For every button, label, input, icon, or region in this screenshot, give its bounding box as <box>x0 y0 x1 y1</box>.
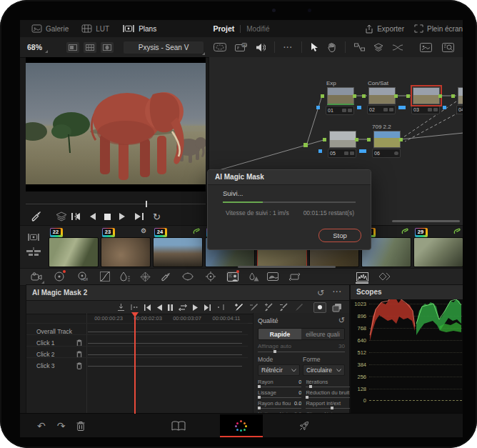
curves-icon[interactable] <box>99 271 111 282</box>
fullscreen-button[interactable]: Plein écran <box>414 24 463 33</box>
hand-tool-icon[interactable] <box>327 42 336 52</box>
slider-knob[interactable] <box>309 385 312 388</box>
tab-clips[interactable]: Plans <box>118 24 161 33</box>
delete-track-icon[interactable] <box>76 362 86 369</box>
node-input[interactable] <box>323 138 326 141</box>
track-forward-icon[interactable] <box>193 304 199 311</box>
mesh-warp-icon[interactable] <box>139 271 151 282</box>
skip-start-icon[interactable] <box>71 213 81 220</box>
tab-deliver-page[interactable] <box>283 414 326 437</box>
quality-best-option[interactable]: eilleure quali <box>301 329 344 339</box>
color-wheels-icon[interactable] <box>53 271 66 282</box>
lightbox-search-icon[interactable] <box>442 43 454 52</box>
magic-mask-icon[interactable] <box>226 271 239 282</box>
node-output[interactable] <box>355 138 358 141</box>
param-radius[interactable]: Rayon0 <box>258 379 301 387</box>
timeline-ruler[interactable]: 00:00:00:23 00:00:02:03 00:00:03:07 00:0… <box>86 313 253 324</box>
keyframe-track-line[interactable] <box>88 354 242 355</box>
node-mask-output[interactable] <box>443 106 446 109</box>
node-output[interactable] <box>394 94 398 98</box>
sizing-icon[interactable] <box>288 271 301 282</box>
pause-icon[interactable] <box>168 304 173 311</box>
proxy-hd-icon[interactable]: HD <box>235 43 247 52</box>
wipes-icon[interactable] <box>378 271 391 282</box>
brush-add-icon[interactable] <box>264 303 273 312</box>
tracker-icon[interactable] <box>204 271 217 282</box>
viewer-jog-position[interactable] <box>146 201 147 207</box>
single-view-button[interactable] <box>66 42 79 53</box>
refine-slider[interactable] <box>258 352 345 352</box>
video-viewer[interactable] <box>26 57 206 191</box>
shape-dropdown[interactable]: Circulaire <box>303 364 345 376</box>
tab-color-page[interactable] <box>220 414 263 437</box>
slider-knob[interactable] <box>258 396 261 399</box>
timeline-view-icon[interactable] <box>26 247 41 257</box>
node-mask-input[interactable] <box>318 149 322 153</box>
skip-end-icon[interactable] <box>134 213 144 220</box>
node-01[interactable]: 01 <box>326 87 354 115</box>
track-overall[interactable]: Overall Track <box>26 326 86 337</box>
loop-icon[interactable]: ↻ <box>153 211 161 222</box>
node-input[interactable] <box>362 94 366 98</box>
node-connect-icon[interactable] <box>354 43 365 51</box>
add-keyframe-icon[interactable] <box>117 304 125 312</box>
qualifier-icon[interactable] <box>119 271 131 282</box>
clip-22[interactable]: 22 <box>49 228 97 267</box>
more-options-icon[interactable]: ··· <box>283 44 293 51</box>
node-05[interactable]: 05 <box>328 131 356 158</box>
eraser-icon[interactable] <box>294 303 303 312</box>
grid-view-button[interactable] <box>84 42 96 53</box>
timeline-playhead[interactable] <box>134 313 136 414</box>
node-06[interactable]: 06 <box>372 131 401 158</box>
track-to-start-icon[interactable] <box>144 304 151 311</box>
bidirectional-track-icon[interactable] <box>179 304 187 311</box>
node-output[interactable] <box>353 94 356 98</box>
waveform-scope[interactable]: 1023 896 768 640 512 384 256 128 0 <box>351 299 463 414</box>
track-to-end-icon[interactable] <box>204 304 211 311</box>
tab-lut[interactable]: LUT <box>77 24 114 33</box>
node-output[interactable] <box>399 138 403 141</box>
param-smooth[interactable]: Lissage0 <box>258 389 301 398</box>
slider-knob[interactable] <box>306 396 308 399</box>
layers-icon[interactable] <box>373 43 383 52</box>
keyframe-track-line[interactable] <box>88 332 242 332</box>
cursor-tool-icon[interactable] <box>311 42 318 52</box>
play-icon[interactable] <box>119 213 126 220</box>
panel-more-icon[interactable]: ··· <box>333 288 342 298</box>
scopes-toggle-icon[interactable] <box>356 271 368 284</box>
key-icon[interactable] <box>266 271 279 282</box>
still-grab-icon[interactable] <box>420 43 432 52</box>
node-mask-input[interactable] <box>316 106 320 109</box>
quality-fast-option[interactable]: Rapide <box>258 329 301 339</box>
node-02[interactable]: 02 <box>367 87 396 114</box>
node-mask-input[interactable] <box>358 106 361 109</box>
node-output[interactable] <box>438 94 442 98</box>
blur-icon[interactable] <box>248 271 261 282</box>
tab-edit-page[interactable] <box>157 414 200 437</box>
power-window-icon[interactable] <box>181 271 194 282</box>
range-end-icon[interactable] <box>217 304 224 311</box>
node-graph-scrollbar[interactable] <box>392 220 460 222</box>
step-back-icon[interactable] <box>89 213 96 220</box>
node-mask-input[interactable] <box>402 106 406 109</box>
mask-overlay-toggle[interactable] <box>313 302 326 313</box>
reset-icon[interactable]: ↺ <box>317 288 324 298</box>
node-input[interactable] <box>406 94 410 98</box>
clips-view-icon[interactable] <box>27 233 40 242</box>
node-input[interactable] <box>321 94 324 98</box>
pen-remove-icon[interactable] <box>249 303 258 312</box>
camera-raw-icon[interactable] <box>30 271 43 282</box>
quality-reset-icon[interactable]: ↺ <box>338 316 345 325</box>
param-blur-radius[interactable]: Rayon du flou0.0 <box>258 400 301 409</box>
eyedropper-tool-icon[interactable] <box>159 271 172 282</box>
wires-icon[interactable] <box>392 44 403 51</box>
node-input[interactable] <box>451 94 455 98</box>
pen-add-icon[interactable] <box>234 303 243 312</box>
range-icon[interactable] <box>131 304 138 311</box>
node-03-selected[interactable]: 03 <box>411 87 440 114</box>
hdr-wheels-icon[interactable]: HDR <box>76 271 89 282</box>
stop-button[interactable]: Stop <box>318 229 361 242</box>
track-back-icon[interactable] <box>156 304 162 311</box>
stop-icon[interactable] <box>104 214 111 220</box>
wipe-icon[interactable] <box>214 43 226 51</box>
